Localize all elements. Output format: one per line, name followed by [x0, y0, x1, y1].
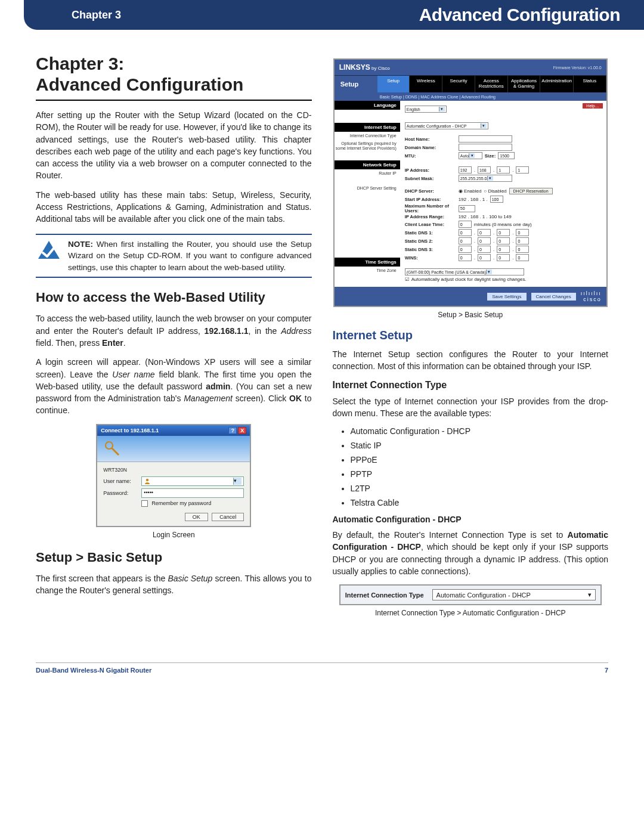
- header-title: Advanced Configuration: [419, 5, 620, 25]
- ict-bar-caption: Internet Connection Type > Automatic Con…: [333, 609, 609, 617]
- dns2-4[interactable]: 0: [516, 237, 529, 244]
- timezone-select[interactable]: (GMT-08:00) Pacific Time (USA & Canada)▾: [405, 268, 524, 275]
- domain-label: Domain Name:: [405, 145, 456, 150]
- tab-setup[interactable]: Setup: [377, 76, 410, 92]
- dst-label: Automatically adjust clock for daylight …: [411, 277, 527, 282]
- section-language: Language: [335, 101, 400, 110]
- close-icon[interactable]: X: [238, 427, 246, 434]
- label-router-ip: Router IP: [335, 169, 400, 177]
- header-chapter: Chapter 3: [72, 9, 121, 21]
- wins-3[interactable]: 0: [497, 254, 510, 261]
- dns1-2[interactable]: 0: [478, 229, 491, 236]
- ip-octet-3[interactable]: 1: [497, 166, 510, 174]
- tab-access-restrictions[interactable]: Access Restrictions: [475, 76, 508, 92]
- label-timezone: Time Zone: [335, 267, 400, 274]
- tab-security[interactable]: Security: [442, 76, 475, 92]
- mtu-label: MTU:: [405, 153, 456, 159]
- save-settings-button[interactable]: Save Settings: [487, 293, 526, 301]
- username-input[interactable]: ▾: [141, 476, 244, 486]
- mtu-size-input[interactable]: 1500: [498, 152, 515, 159]
- dhcp-reservation-button[interactable]: DHCP Reservation: [509, 188, 553, 194]
- tab-administration[interactable]: Administration: [540, 76, 574, 92]
- help-icon[interactable]: ?: [228, 427, 237, 434]
- dhcp-enabled-radio[interactable]: ◉ Enabled: [459, 188, 482, 194]
- wins-1[interactable]: 0: [459, 254, 472, 261]
- access-paragraph-1: To access the web-based utility, launch …: [36, 312, 312, 349]
- dns2-label: Static DNS 2:: [405, 239, 456, 244]
- dns3-3[interactable]: 0: [497, 246, 510, 253]
- lease-label: Client Lease Time:: [405, 222, 456, 227]
- note-box: NOTE: When first installing the Router, …: [36, 234, 312, 278]
- checkmark-icon: [36, 239, 62, 274]
- wins-4[interactable]: 0: [516, 254, 529, 261]
- keys-icon: [103, 439, 121, 457]
- ip-label: IP Address:: [405, 168, 456, 173]
- cisco-logo: ıılıılııcisco: [581, 290, 602, 302]
- footer-product: Dual-Band Wireless-N Gigabit Router: [36, 667, 151, 674]
- start-ip-input[interactable]: 100: [490, 196, 503, 203]
- username-label: User name:: [103, 478, 138, 484]
- internet-setup-paragraph: The Internet Setup section configures th…: [333, 348, 609, 373]
- login-banner: [97, 436, 250, 462]
- login-caption: Login Screen: [36, 531, 312, 539]
- ict-item-pptp: PPTP: [351, 469, 609, 479]
- ok-button[interactable]: OK: [185, 513, 208, 521]
- dhcp-disabled-radio[interactable]: ○ Disabled: [484, 188, 506, 194]
- svg-line-2: [112, 448, 119, 455]
- tab-status[interactable]: Status: [574, 76, 606, 92]
- login-realm: WRT320N: [103, 467, 244, 473]
- lease-input[interactable]: 0: [459, 221, 472, 228]
- ip-octet-4[interactable]: 1: [516, 166, 529, 174]
- start-ip-prefix: 192 . 168 . 1 .: [459, 197, 488, 202]
- heading-internet-setup: Internet Setup: [333, 329, 609, 342]
- help-button[interactable]: Help…: [583, 103, 602, 109]
- login-screenshot: Connect to 192.168.1.1 ? X WRT320N User …: [96, 424, 251, 527]
- section-time-settings: Time Settings: [335, 258, 400, 267]
- password-input[interactable]: •••••: [141, 488, 244, 498]
- subnet-select[interactable]: 255.255.255.0▾: [459, 175, 512, 182]
- ict-select[interactable]: Automatic Configuration - DHCP▾: [405, 122, 488, 129]
- ip-octet-1[interactable]: 192: [459, 166, 472, 174]
- ict-bar-select[interactable]: Automatic Configuration - DHCP ▾: [432, 589, 596, 600]
- dns3-4[interactable]: 0: [516, 246, 529, 253]
- router-subtabs[interactable]: Basic Setup | DDNS | MAC Address Clone |…: [335, 93, 606, 101]
- dns2-3[interactable]: 0: [497, 237, 510, 244]
- dns1-3[interactable]: 0: [497, 229, 510, 236]
- dns2-1[interactable]: 0: [459, 237, 472, 244]
- dns2-2[interactable]: 0: [478, 237, 491, 244]
- dhcp-label: DHCP Server:: [405, 188, 456, 194]
- domain-input[interactable]: [459, 144, 512, 151]
- lease-unit: minutes (0 means one day): [474, 222, 532, 227]
- tab-apps-gaming[interactable]: Applications & Gaming: [508, 76, 541, 92]
- max-users-input[interactable]: 50: [459, 205, 475, 212]
- router-setup-label: Setup: [335, 76, 377, 92]
- dns3-label: Static DNS 3:: [405, 247, 456, 252]
- router-brand-sub: by Cisco: [371, 66, 390, 71]
- chevron-down-icon[interactable]: ▾: [233, 478, 242, 485]
- heading-access-utility: How to access the Web-Based Utility: [36, 290, 312, 305]
- dns3-2[interactable]: 0: [478, 246, 491, 253]
- remember-checkbox[interactable]: [141, 500, 148, 507]
- section-internet-setup: Internet Setup: [335, 123, 400, 132]
- cancel-changes-button[interactable]: Cancel Changes: [531, 293, 576, 301]
- dns1-1[interactable]: 0: [459, 229, 472, 236]
- chapter-title: Chapter 3: Advanced Configuration: [36, 54, 312, 101]
- login-titlebar: Connect to 192.168.1.1 ? X: [97, 425, 250, 436]
- dns1-4[interactable]: 0: [516, 229, 529, 236]
- language-select[interactable]: English▾: [405, 106, 447, 113]
- dns1-label: Static DNS 1:: [405, 230, 456, 236]
- mtu-select[interactable]: Auto▾: [459, 152, 482, 159]
- dst-checkbox[interactable]: ☑: [405, 277, 409, 282]
- dns3-1[interactable]: 0: [459, 246, 472, 253]
- router-firmware: Firmware Version: v1.00.0: [553, 66, 601, 70]
- host-input[interactable]: [459, 135, 512, 143]
- page-footer: Dual-Band Wireless-N Gigabit Router 7: [36, 662, 608, 674]
- intro-paragraph-2: The web-based utility has these main tab…: [36, 189, 312, 225]
- label-optional: Optional Settings (required by some Inte…: [335, 140, 400, 152]
- wins-label: WINS:: [405, 255, 456, 261]
- wins-2[interactable]: 0: [478, 254, 491, 261]
- ip-octet-2[interactable]: 168: [478, 166, 491, 174]
- cancel-button[interactable]: Cancel: [212, 513, 244, 521]
- tab-wireless[interactable]: Wireless: [410, 76, 442, 92]
- basic-setup-paragraph: The first screen that appears is the Bas…: [36, 572, 312, 597]
